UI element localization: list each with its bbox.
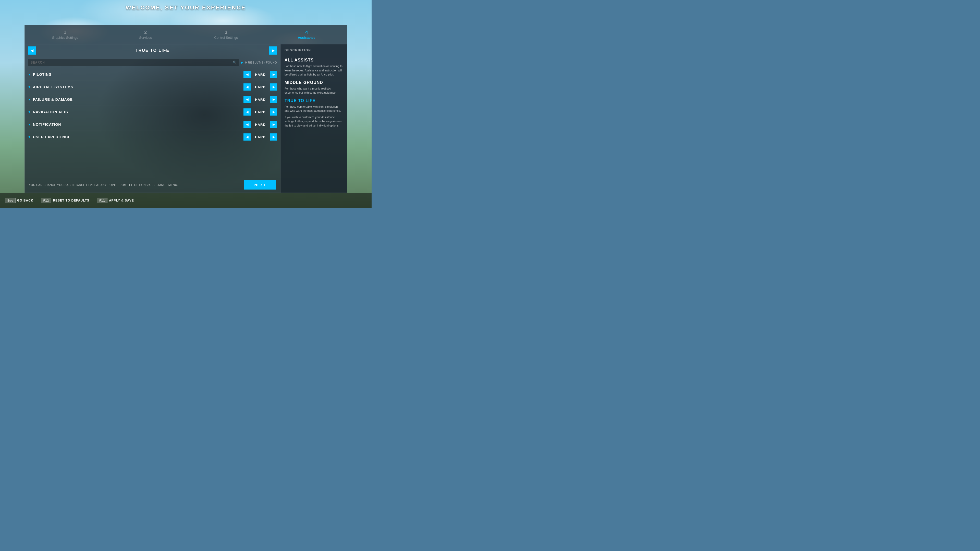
chevron-icon: ▼ xyxy=(28,73,31,76)
reset-shortcut[interactable]: F12 RESET TO DEFAULTS xyxy=(41,198,89,203)
next-button[interactable]: NEXT xyxy=(244,180,276,189)
results-info: ▶ 0 RESULT(S) FOUND xyxy=(241,61,277,64)
go-back-shortcut[interactable]: Esc GO BACK xyxy=(5,198,33,203)
category-name: USER EXPERIENCE xyxy=(33,135,243,139)
preset-next-button[interactable]: ▶ xyxy=(269,46,277,55)
title-bar: WELCOME, SET YOUR EXPERIENCE xyxy=(0,0,372,15)
preset-bar: ◀ TRUE TO LIFE ▶ xyxy=(25,44,280,57)
cat-next-button-4[interactable]: ▶ xyxy=(270,121,277,128)
cat-value-0: HARD xyxy=(253,73,268,76)
cat-value-4: HARD xyxy=(253,123,268,127)
reset-label: RESET TO DEFAULTS xyxy=(53,199,89,202)
category-row[interactable]: ▼ AIRCRAFT SYSTEMS ◀ HARD ▶ xyxy=(25,81,280,94)
preset-title: TRUE TO LIFE xyxy=(36,48,269,53)
desc-extra-text: If you wish to customize your Assistance… xyxy=(285,115,343,128)
category-row[interactable]: ▼ NOTIFICATION ◀ HARD ▶ xyxy=(25,118,280,131)
bottom-note-text: YOU CAN CHANGE YOUR ASSISTANCE LEVEL AT … xyxy=(29,183,178,186)
cat-controls: ◀ HARD ▶ xyxy=(243,133,277,141)
step-4[interactable]: 4 Assistance xyxy=(266,28,347,41)
step-2[interactable]: 2 Services xyxy=(105,28,186,41)
main-dialog: 1 Graphics Settings 2 Services 3 Control… xyxy=(24,25,347,193)
cat-value-5: HARD xyxy=(253,135,268,139)
description-title: DESCRIPTION xyxy=(285,48,343,54)
cat-next-button-1[interactable]: ▶ xyxy=(270,83,277,91)
search-input[interactable] xyxy=(28,59,239,66)
chevron-icon: ▼ xyxy=(28,85,31,89)
cat-prev-button-0[interactable]: ◀ xyxy=(243,71,251,78)
bottom-note-bar: YOU CAN CHANGE YOUR ASSISTANCE LEVEL AT … xyxy=(25,177,280,192)
results-text: 0 RESULT(S) FOUND xyxy=(245,61,277,64)
page-title: WELCOME, SET YOUR EXPERIENCE xyxy=(126,4,246,11)
go-back-label: GO BACK xyxy=(17,199,33,202)
f12-key: F12 xyxy=(41,198,52,203)
esc-key: Esc xyxy=(5,198,16,203)
cat-controls: ◀ HARD ▶ xyxy=(243,83,277,91)
cat-value-1: HARD xyxy=(253,85,268,89)
category-row[interactable]: ▼ FAILURE & DAMAGE ◀ HARD ▶ xyxy=(25,94,280,106)
step-3[interactable]: 3 Control Settings xyxy=(186,28,266,41)
left-panel: ◀ TRUE TO LIFE ▶ 🔍 ▶ 0 RESULT(S) FOUND ▼ xyxy=(25,44,280,192)
desc-middle-ground-text: For those who want a mostly-realistic ex… xyxy=(285,86,343,95)
apply-label: APPLY & SAVE xyxy=(109,199,134,202)
cat-next-button-2[interactable]: ▶ xyxy=(270,96,277,103)
category-name: PILOTING xyxy=(33,73,243,76)
chevron-icon: ▼ xyxy=(28,123,31,126)
f11-key: F11 xyxy=(97,198,107,203)
cat-controls: ◀ HARD ▶ xyxy=(243,71,277,78)
cat-next-button-5[interactable]: ▶ xyxy=(270,133,277,141)
desc-all-assists-text: For those new to flight simulation or wa… xyxy=(285,64,343,77)
search-bar: 🔍 ▶ 0 RESULT(S) FOUND xyxy=(25,57,280,68)
results-arrow-icon: ▶ xyxy=(241,61,243,64)
cat-prev-button-4[interactable]: ◀ xyxy=(243,121,251,128)
chevron-icon: ▼ xyxy=(28,110,31,114)
bottom-bar: Esc GO BACK F12 RESET TO DEFAULTS F11 AP… xyxy=(0,193,372,208)
category-name: FAILURE & DAMAGE xyxy=(33,97,243,102)
chevron-icon: ▼ xyxy=(28,98,31,101)
category-name: NAVIGATION AIDS xyxy=(33,110,243,114)
description-panel: DESCRIPTION ALL ASSISTS For those new to… xyxy=(280,44,347,192)
preset-prev-button[interactable]: ◀ xyxy=(28,46,36,55)
desc-all-assists-title: ALL ASSISTS xyxy=(285,58,343,62)
steps-bar: 1 Graphics Settings 2 Services 3 Control… xyxy=(25,25,347,44)
category-name: AIRCRAFT SYSTEMS xyxy=(33,85,243,89)
step-1[interactable]: 1 Graphics Settings xyxy=(25,28,105,41)
desc-middle-ground-title: MIDDLE-GROUND xyxy=(285,80,343,85)
category-row[interactable]: ▼ USER EXPERIENCE ◀ HARD ▶ xyxy=(25,131,280,143)
apply-shortcut[interactable]: F11 APPLY & SAVE xyxy=(97,198,134,203)
chevron-icon: ▼ xyxy=(28,135,31,139)
category-row[interactable]: ▼ PILOTING ◀ HARD ▶ xyxy=(25,68,280,81)
category-name: NOTIFICATION xyxy=(33,122,243,127)
cat-prev-button-2[interactable]: ◀ xyxy=(243,96,251,103)
cat-controls: ◀ HARD ▶ xyxy=(243,108,277,116)
cat-value-3: HARD xyxy=(253,110,268,114)
category-list: ▼ PILOTING ◀ HARD ▶ ▼ AIRCRAFT SYSTEMS ◀… xyxy=(25,68,280,177)
cat-controls: ◀ HARD ▶ xyxy=(243,96,277,103)
category-row[interactable]: ▼ NAVIGATION AIDS ◀ HARD ▶ xyxy=(25,106,280,118)
cat-value-2: HARD xyxy=(253,98,268,102)
desc-true-to-life-title: TRUE TO LIFE xyxy=(285,98,343,103)
cat-next-button-0[interactable]: ▶ xyxy=(270,71,277,78)
cat-prev-button-1[interactable]: ◀ xyxy=(243,83,251,91)
desc-true-to-life-text: For those comfortable with flight simula… xyxy=(285,105,343,113)
search-icon: 🔍 xyxy=(232,60,237,65)
cat-controls: ◀ HARD ▶ xyxy=(243,121,277,128)
cat-prev-button-3[interactable]: ◀ xyxy=(243,108,251,116)
search-input-wrap: 🔍 xyxy=(28,59,239,66)
content-area: ◀ TRUE TO LIFE ▶ 🔍 ▶ 0 RESULT(S) FOUND ▼ xyxy=(25,44,347,192)
cat-next-button-3[interactable]: ▶ xyxy=(270,108,277,116)
cat-prev-button-5[interactable]: ◀ xyxy=(243,133,251,141)
